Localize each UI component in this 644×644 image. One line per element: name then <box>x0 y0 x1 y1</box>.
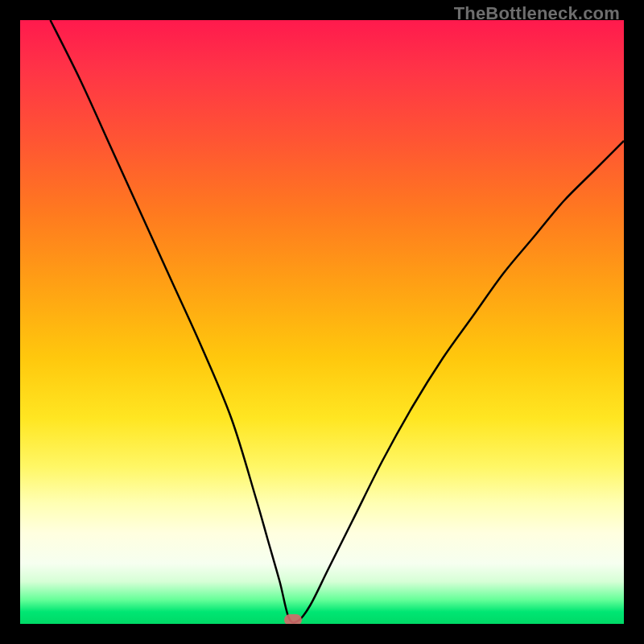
plot-area <box>20 20 624 624</box>
curve-path <box>51 20 625 622</box>
chart-frame: TheBottleneck.com <box>0 0 644 644</box>
min-marker <box>284 614 302 624</box>
watermark-text: TheBottleneck.com <box>454 3 620 24</box>
curve-svg <box>20 20 624 624</box>
